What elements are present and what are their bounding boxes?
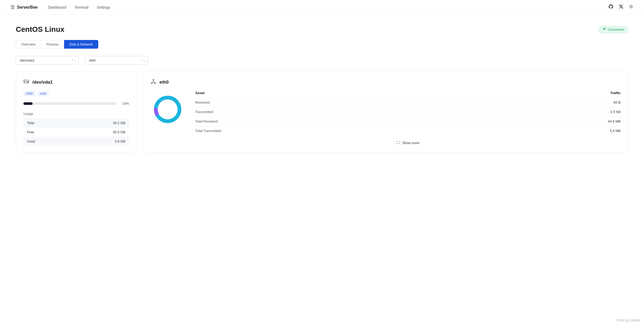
disk-row-used-value: 3.9 GB: [69, 137, 129, 146]
disk-row-total-label: Total: [23, 118, 69, 128]
show-more-row: Show more: [195, 141, 621, 145]
show-more-button[interactable]: Show more: [396, 141, 420, 145]
nav-dashboard[interactable]: Dashboard: [48, 5, 66, 9]
logo-text: ServerBee: [17, 5, 38, 10]
theme-icon[interactable]: [629, 4, 633, 10]
connected-text: Connected: [608, 28, 624, 32]
traffic-total-transmitted-value: 3.4 MB: [481, 126, 621, 136]
traffic-row-transmitted: Transmitted 2.5 KB: [195, 107, 621, 117]
disk-icon: [23, 79, 29, 86]
svg-line-18: [153, 82, 155, 83]
menu-icon[interactable]: ☰: [11, 4, 15, 10]
traffic-row-total-received: Total Received 44.6 MB: [195, 117, 621, 126]
traffic-total-received-value: 44.6 MB: [481, 117, 621, 126]
network-inner: Asset Traffic Received 60 B Transmitted: [151, 91, 621, 145]
app-header: ☰ ServerBee Dashboard Terminal Settings: [0, 0, 644, 15]
svg-point-0: [630, 6, 632, 8]
disk-row-total-value: 39.2 GB: [69, 118, 129, 128]
traffic-transmitted-label: Transmitted: [195, 107, 481, 117]
network-icon: [151, 79, 156, 86]
disk-row-used: Used 3.9 GB: [23, 137, 129, 146]
disk-card-header: /dev/vda1: [23, 79, 129, 86]
svg-line-8: [632, 5, 633, 5]
network-card: eth0: [143, 71, 628, 153]
tag-fs: ext4: [38, 91, 49, 96]
svg-line-4: [632, 8, 633, 8]
svg-point-14: [151, 83, 152, 84]
cards-row: /dev/vda1 HDD ext4 10% Usage Total 39.2 …: [16, 71, 628, 153]
page-title-row: CentOS Linux Connected: [16, 25, 628, 34]
logo-area: ☰ ServerBee: [11, 4, 38, 10]
traffic-col-asset: Asset: [195, 91, 481, 98]
traffic-section: Asset Traffic Received 60 B Transmitted: [195, 91, 621, 145]
svg-point-20: [156, 98, 179, 121]
traffic-row-received: Received 60 B: [195, 98, 621, 107]
disk-card-title: /dev/vda1: [32, 80, 53, 85]
connected-badge: Connected: [599, 26, 628, 33]
nav-settings[interactable]: Settings: [97, 5, 110, 9]
svg-line-3: [630, 5, 630, 5]
main-content: CentOS Linux Connected Overview Process …: [0, 15, 644, 163]
traffic-total-received-label: Total Received: [195, 117, 481, 126]
disk-select-wrapper: /dev/vda1 ⌃⌄: [16, 56, 79, 65]
svg-point-12: [28, 82, 28, 83]
tag-hdd: HDD: [23, 91, 35, 96]
tab-overview[interactable]: Overview: [16, 40, 41, 49]
svg-line-17: [152, 82, 153, 83]
svg-point-15: [155, 83, 156, 84]
disk-row-free-label: Free: [23, 128, 69, 137]
disk-progress-pct: 10%: [120, 101, 129, 105]
traffic-row-total-transmitted: Total Transmitted 3.4 MB: [195, 126, 621, 136]
github-icon[interactable]: [608, 4, 614, 11]
page-title: CentOS Linux: [16, 25, 64, 34]
twitter-icon[interactable]: [619, 4, 624, 10]
selects-row: /dev/vda1 ⌃⌄ eth0 ⌃⌄: [16, 56, 628, 65]
svg-point-13: [153, 79, 154, 80]
disk-row-used-label: Used: [23, 137, 69, 146]
traffic-received-label: Received: [195, 98, 481, 107]
disk-row-free-value: 35.0 GB: [69, 128, 129, 137]
disk-row-total: Total 39.2 GB: [23, 118, 129, 128]
disk-usage-table: Total 39.2 GB Free 35.0 GB Used 3.9 GB: [23, 118, 129, 146]
traffic-col-traffic: Traffic: [481, 91, 621, 98]
traffic-table: Asset Traffic Received 60 B Transmitted: [195, 91, 621, 135]
main-nav: Dashboard Terminal Settings: [48, 5, 110, 9]
tab-process[interactable]: Process: [41, 40, 64, 49]
network-select-wrapper: eth0 ⌃⌄: [85, 56, 148, 65]
expand-icon: [396, 141, 400, 145]
traffic-total-transmitted-label: Total Transmitted: [195, 126, 481, 136]
disk-progress-bg: [23, 102, 116, 105]
svg-line-7: [630, 8, 630, 8]
disk-card: /dev/vda1 HDD ext4 10% Usage Total 39.2 …: [16, 71, 137, 153]
network-card-title: eth0: [159, 80, 169, 85]
tab-disk-network[interactable]: Disk & Network: [64, 40, 98, 49]
disk-progress-fill: [23, 102, 33, 105]
tab-bar: Overview Process Disk & Network: [16, 40, 628, 49]
disk-select[interactable]: /dev/vda1: [16, 56, 79, 65]
donut-chart: [151, 91, 185, 125]
show-more-label: Show more: [402, 141, 420, 145]
disk-row-free: Free 35.0 GB: [23, 128, 129, 137]
disk-tags: HDD ext4: [23, 91, 129, 96]
header-actions: [608, 4, 633, 11]
traffic-transmitted-value: 2.5 KB: [481, 107, 621, 117]
disk-usage-label: Usage: [23, 112, 129, 116]
nav-terminal[interactable]: Terminal: [75, 5, 89, 9]
traffic-received-value: 60 B: [481, 98, 621, 107]
network-card-header: eth0: [151, 79, 621, 86]
disk-progress-row: 10%: [23, 101, 129, 105]
network-select[interactable]: eth0: [85, 56, 148, 65]
wifi-icon: [602, 27, 606, 32]
